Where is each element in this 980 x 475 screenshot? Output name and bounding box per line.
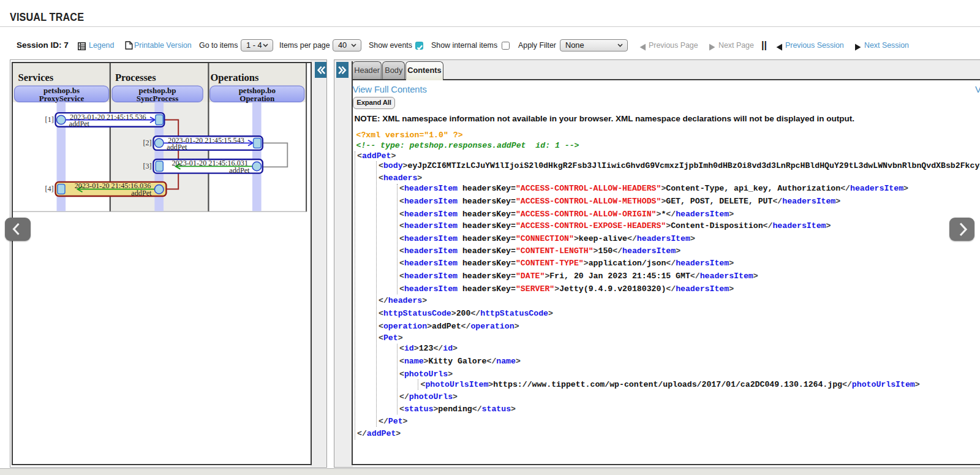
svg-text:addPet: addPet — [229, 165, 250, 174]
svg-text:Operations: Operations — [210, 72, 258, 83]
svg-text:addPet: addPet — [131, 188, 152, 197]
svg-text:Operation: Operation — [239, 93, 275, 102]
svg-text:[2]: [2] — [143, 139, 151, 147]
svg-text:Processes: Processes — [115, 72, 156, 83]
svg-text:addPet: addPet — [69, 120, 89, 128]
svg-text:[1]: [1] — [45, 115, 53, 124]
svg-text:[4]: [4] — [45, 184, 53, 193]
svg-text:addPet: addPet — [167, 143, 187, 151]
svg-text:[3]: [3] — [143, 162, 151, 170]
svg-text:SyncProcess: SyncProcess — [136, 93, 178, 102]
svg-text:Services: Services — [18, 72, 53, 83]
svg-text:ProxyService: ProxyService — [39, 93, 84, 102]
